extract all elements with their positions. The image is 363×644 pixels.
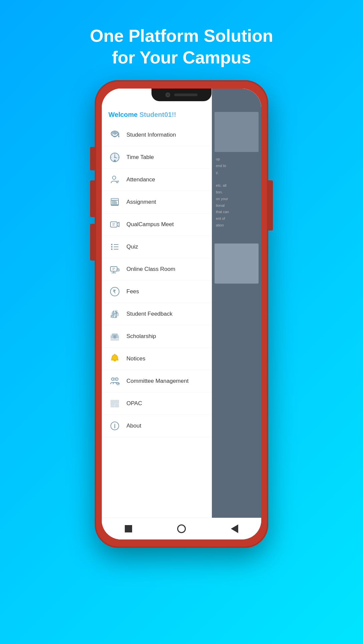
svg-point-2 (118, 136, 119, 137)
svg-point-49 (114, 378, 116, 380)
header-line1: One Platform Solution (61, 25, 302, 47)
welcome-username: Student01!! (139, 111, 176, 118)
menu-label-time-table: Time Table (126, 154, 154, 161)
notch-camera (165, 93, 170, 97)
svg-text:₹: ₹ (113, 289, 116, 294)
menu-label-fees: Fees (126, 288, 139, 295)
svg-rect-54 (115, 404, 119, 407)
nav-square-button[interactable] (124, 524, 133, 533)
svg-point-57 (114, 424, 115, 425)
menu-item-scholarship[interactable]: Scholarship (102, 325, 212, 348)
svg-rect-43 (112, 334, 117, 336)
menu-item-student-information[interactable]: + Student Information (102, 124, 212, 146)
right-content-panel: up end to y, etc. all tion. on your tion… (212, 89, 261, 539)
assignment-icon (108, 196, 121, 208)
menu-item-notices[interactable]: Notices (102, 348, 212, 370)
svg-rect-25 (110, 222, 117, 227)
phone-screen: Welcome Student01!! + (102, 89, 261, 539)
online-class-icon (108, 263, 121, 276)
bell-icon (108, 352, 121, 365)
svg-point-14 (112, 176, 116, 179)
welcome-greeting: Welcome (108, 111, 139, 118)
right-panel-text: up end to y, etc. all tion. on your tion… (212, 89, 261, 286)
nav-back-button[interactable] (230, 524, 239, 533)
menu-item-online-classroom[interactable]: Online Class Room (102, 258, 212, 281)
menu-item-assignment[interactable]: Assignment (102, 191, 212, 213)
svg-point-8 (114, 157, 115, 158)
svg-rect-21 (112, 200, 113, 204)
svg-text:+: + (114, 133, 115, 135)
svg-line-39 (118, 270, 119, 271)
svg-point-45 (113, 336, 116, 338)
menu-item-committee-management[interactable]: Committee Management (102, 370, 212, 392)
menu-item-fees[interactable]: ₹ Fees (102, 281, 212, 303)
opac-icon (108, 397, 121, 410)
menu-item-opac[interactable]: OPAC (102, 392, 212, 415)
svg-rect-23 (115, 200, 116, 204)
menu-label-attendance: Attendance (126, 176, 155, 183)
triangle-icon (231, 524, 238, 533)
svg-rect-34 (110, 267, 117, 271)
square-icon (125, 525, 132, 532)
svg-rect-52 (111, 406, 114, 407)
quiz-icon (108, 240, 121, 253)
menu-label-scholarship: Scholarship (126, 333, 156, 340)
menu-item-time-table[interactable]: Time Table (102, 146, 212, 169)
svg-point-9 (114, 153, 115, 154)
menu-panel: Welcome Student01!! + (102, 89, 212, 539)
svg-rect-51 (111, 400, 114, 405)
menu-label-quiz: Quiz (126, 244, 138, 250)
menu-label-about: About (126, 423, 141, 429)
svg-rect-30 (111, 246, 112, 248)
menu-item-qualcampus-meet[interactable]: QualCampus Meet (102, 213, 212, 236)
menu-label-assignment: Assignment (126, 199, 156, 205)
svg-rect-53 (115, 400, 119, 403)
rupee-icon: ₹ (108, 285, 121, 298)
feedback-icon (108, 308, 121, 320)
menu-item-attendance[interactable]: Attendance (102, 169, 212, 191)
notch-speaker (174, 94, 198, 96)
menu-item-quiz[interactable]: Quiz (102, 236, 212, 258)
menu-label-student-information: Student Information (126, 132, 176, 138)
menu-label-committee-management: Committee Management (126, 378, 189, 384)
menu-item-about[interactable]: About (102, 415, 212, 437)
graduation-icon: + (108, 129, 121, 141)
attendance-icon (108, 173, 121, 186)
menu-label-online-classroom: Online Class Room (126, 266, 175, 273)
clock-icon (108, 151, 121, 164)
menu-label-notices: Notices (126, 355, 145, 362)
menu-item-student-feedback[interactable]: Student Feedback (102, 303, 212, 325)
committee-icon (108, 375, 121, 387)
svg-point-13 (114, 160, 116, 162)
svg-rect-22 (114, 201, 115, 204)
header-tagline: One Platform Solution for Your Campus (61, 25, 302, 68)
menu-label-opac: OPAC (126, 400, 142, 407)
svg-point-12 (118, 157, 119, 158)
phone-notch (151, 89, 212, 101)
header-line2: for Your Campus (61, 47, 302, 68)
scholarship-icon (108, 330, 121, 343)
chat-video-icon (108, 218, 121, 231)
menu-label-student-feedback: Student Feedback (126, 311, 172, 317)
menu-label-qualcampus-meet: QualCampus Meet (126, 221, 174, 228)
welcome-header: Welcome Student01!! (102, 107, 212, 124)
info-icon (108, 420, 121, 432)
bottom-navigation (102, 518, 261, 539)
svg-rect-28 (111, 244, 112, 245)
circle-icon (177, 524, 186, 533)
phone-frame: Welcome Student01!! + (95, 80, 268, 548)
svg-rect-32 (111, 249, 112, 250)
nav-home-button[interactable] (177, 524, 186, 533)
svg-point-11 (111, 157, 111, 158)
